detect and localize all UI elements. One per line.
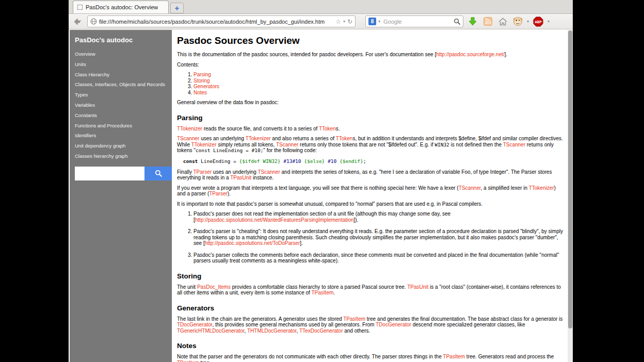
doc-link[interactable]: TGenericHTMLDocGenerator [177, 328, 245, 334]
text-run: ; [363, 158, 366, 164]
adblock-button[interactable]: ABP [533, 16, 544, 27]
web-search-input[interactable] [382, 18, 452, 25]
home-icon [498, 18, 507, 26]
new-tab-button[interactable]: + [170, 3, 184, 13]
search-icon[interactable] [454, 18, 460, 25]
doc-link[interactable]: TTokenizer [177, 126, 202, 131]
search-engine-dropdown-icon[interactable]: ▾ [378, 20, 380, 24]
doc-link[interactable]: TPasItem [177, 360, 199, 362]
doc-link[interactable]: TToken [319, 126, 336, 131]
sidebar-item[interactable]: Class Hierarchy [70, 70, 172, 80]
tab-title: PasDoc's autodoc: Overview [86, 4, 158, 10]
doc-link[interactable]: TScanner [257, 169, 280, 175]
sidebar-item[interactable]: Units [70, 59, 172, 70]
reload-icon[interactable]: ↻ [347, 19, 352, 25]
download-button[interactable] [467, 16, 478, 27]
sidebar-item[interactable]: Overview [70, 49, 172, 59]
list-item: Storing [194, 78, 564, 84]
text-run: Pasdoc's parser collects the comments be… [194, 252, 559, 264]
document-content: Pasdoc Sources OverviewThis is the docum… [172, 30, 568, 362]
doc-link[interactable]: TScanner [503, 142, 525, 147]
adblock-dropdown-icon[interactable]: ▾ [548, 20, 550, 24]
text-run: and also returns a series of [271, 136, 336, 141]
sidebar-item[interactable]: Constants [70, 110, 172, 121]
sidebar-item[interactable]: Classes, Interfaces, Objects and Records [70, 79, 172, 90]
list-item: Pasdoc's parser collects the comments be… [194, 252, 564, 264]
doc-link[interactable]: Notes [194, 90, 207, 95]
sidebar-item[interactable]: Types [70, 90, 172, 100]
doc-link[interactable]: Storing [194, 78, 210, 84]
list-item: Notes [194, 90, 564, 96]
text-run: {$else} [304, 158, 325, 164]
monkey-icon [513, 17, 523, 26]
scrollbar-thumb[interactable] [568, 30, 572, 328]
doc-link[interactable]: http://pasdoc.sipsolutions.net/ToDoParse… [205, 240, 300, 246]
doc-link[interactable]: TPasItem [443, 354, 465, 359]
doc-link[interactable]: http://pasdoc.sipsolutions.net/WantedFea… [195, 217, 354, 223]
text-run: tree. Generators read and process the [465, 354, 554, 359]
url-bar[interactable]: file:///home/michalis/sources/pasdoc/tru… [87, 15, 356, 27]
doc-link[interactable]: http://pasdoc.sourceforge.net/ [436, 52, 504, 57]
doc-link[interactable]: TTokenizer [246, 136, 271, 141]
doc-link[interactable]: TToken [336, 136, 353, 141]
home-button[interactable] [497, 16, 508, 27]
doc-link[interactable]: PasDoc_Items [197, 284, 231, 290]
text-run: The last link in the chain are the gener… [177, 316, 343, 322]
doc-link[interactable]: TTokenizer [191, 142, 217, 147]
text-run: , a simplified lexer in [480, 185, 528, 191]
doc-link[interactable]: Parsing [194, 72, 211, 77]
greasemonkey-button[interactable] [512, 16, 523, 27]
sidebar-item[interactable]: Classes hierarchy graph [70, 151, 172, 161]
sidebar-search-button[interactable] [144, 167, 172, 180]
doc-link[interactable]: TParser [194, 169, 212, 175]
doc-link[interactable]: TPasUnit [407, 284, 428, 290]
ordered-list: Pasdoc's parser does not read the implem… [177, 211, 564, 264]
sidebar-item[interactable]: Variables [70, 100, 172, 110]
bookmark-star-icon[interactable]: ☆ [335, 19, 341, 25]
text-run: descend more specialized generator class… [411, 322, 525, 327]
text-run: uses an underlying [199, 136, 245, 141]
sidebar-nav: OverviewUnitsClass HierarchyClasses, Int… [70, 49, 172, 161]
url-dropdown-icon[interactable]: ▾ [343, 20, 345, 24]
doc-link[interactable]: Generators [194, 84, 219, 89]
search-bar[interactable]: 8 ▾ [365, 15, 463, 27]
list-item: Pasdoc's parser does not read the implem… [194, 211, 564, 223]
text-run: If you ever wrote a program that interpr… [177, 185, 459, 191]
doc-link[interactable]: TDocGenerator [376, 322, 411, 327]
doc-link[interactable]: TTokenizer [529, 185, 554, 191]
sidebar-item[interactable]: Identifiers [70, 130, 172, 141]
text-run: It is important to note that pasdoc's pa… [177, 201, 482, 207]
doc-link[interactable]: TPasItem [343, 316, 365, 322]
doc-link[interactable]: TScanner [459, 185, 481, 191]
sidebar-item[interactable]: Functions and Procedures [70, 121, 172, 131]
doc-link[interactable]: TScanner [177, 136, 199, 141]
back-button[interactable] [72, 16, 84, 27]
doc-link[interactable]: TPasUnit [230, 175, 251, 180]
doc-link[interactable]: TPasItem [311, 290, 333, 295]
text-run: Contents: [177, 62, 199, 68]
doc-link[interactable]: TTexDocGenerator [299, 328, 343, 334]
doc-link[interactable]: THTMLDocGenerator [247, 328, 297, 334]
sidebar-item[interactable]: Unit dependency graph [70, 141, 172, 151]
url-text[interactable]: file:///home/michalis/sources/pasdoc/tru… [99, 19, 333, 25]
rss-button[interactable] [482, 16, 493, 27]
text-run: reads the source file, and converts it t… [202, 126, 319, 131]
text-run: const LineEnding = #10; [196, 147, 264, 153]
doc-link[interactable]: TDocGenerator [177, 322, 212, 327]
browser-window: PasDoc's autodoc: Overview + file:///hom… [69, 0, 573, 362]
vertical-scrollbar[interactable] [568, 30, 573, 362]
text-run: {$endif} [340, 158, 363, 164]
doc-link[interactable]: TScanner [276, 142, 298, 147]
section-heading: Parsing [177, 114, 564, 122]
sidebar-search-input[interactable] [75, 167, 144, 180]
section-heading: Generators [177, 304, 564, 312]
sidebar-title: PasDoc's autodoc [70, 33, 172, 49]
text-run: is not defined then the [449, 142, 503, 147]
greasemonkey-dropdown-icon[interactable]: ▾ [527, 20, 529, 24]
tab-pasdoc-overview[interactable]: PasDoc's autodoc: Overview [73, 1, 169, 13]
doc-link[interactable]: TParser [209, 191, 228, 196]
search-engine-icon[interactable]: 8 [368, 18, 376, 25]
text-run: " for the following code: [263, 147, 317, 153]
section-heading: Notes [177, 342, 564, 350]
list-item: Parsing [194, 72, 564, 78]
